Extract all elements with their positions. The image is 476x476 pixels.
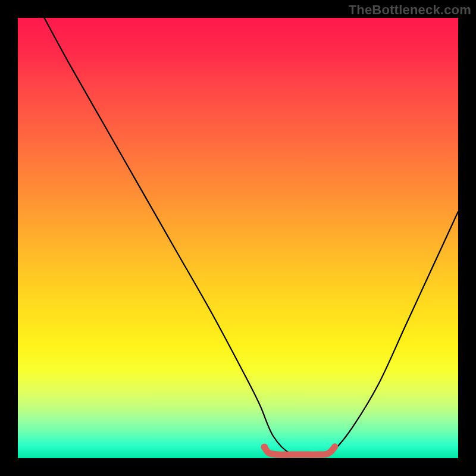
plot-area [18,18,458,458]
optimal-range-marker [264,447,334,455]
bottleneck-curve [44,18,458,455]
chart-frame: TheBottleneck.com [0,0,476,476]
watermark-text: TheBottleneck.com [349,2,471,18]
optimal-start-dot [261,444,268,451]
chart-svg [18,18,458,458]
